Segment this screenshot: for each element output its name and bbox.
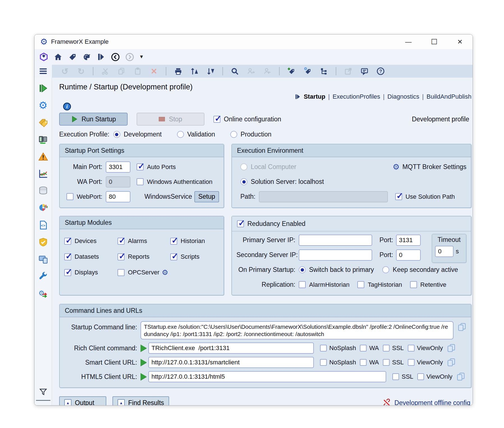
startup-command-value[interactable]: TStartup.exe /solution:"C:\Users\User\Do… bbox=[141, 321, 454, 339]
run-rich-client-icon[interactable] bbox=[141, 344, 147, 352]
copy-smart-client-icon[interactable] bbox=[447, 358, 456, 367]
cut-icon[interactable] bbox=[101, 67, 110, 76]
sidebar-security-icon[interactable] bbox=[38, 237, 48, 247]
primary-server-ip-input[interactable] bbox=[299, 235, 372, 246]
sidebar-settings-icon[interactable]: ⚙ bbox=[38, 100, 48, 110]
keep-secondary-radio[interactable]: Keep secondary active bbox=[382, 266, 458, 274]
search-icon[interactable] bbox=[230, 67, 239, 76]
secondary-server-ip-input[interactable] bbox=[299, 249, 372, 261]
online-configuration-checkbox[interactable]: Online configuration bbox=[213, 115, 281, 123]
tab-diagnostics[interactable]: Diagnostics bbox=[387, 93, 419, 100]
timeout-input[interactable] bbox=[435, 246, 454, 257]
app-logo-icon[interactable] bbox=[39, 52, 49, 62]
sidebar-devices-icon[interactable] bbox=[38, 135, 48, 145]
smart-client-url-input[interactable] bbox=[148, 357, 314, 368]
delete-icon[interactable]: ✕ bbox=[149, 67, 158, 76]
copy-startup-command-icon[interactable] bbox=[457, 322, 466, 331]
module-historian-checkbox[interactable]: Historian bbox=[170, 237, 205, 245]
find-results-panel-button[interactable]: ▲ Find Results bbox=[112, 396, 169, 406]
checkbox-checked[interactable] bbox=[213, 116, 220, 123]
module-datasets-checkbox[interactable]: Datasets bbox=[64, 253, 118, 260]
copy-icon[interactable] bbox=[117, 67, 126, 76]
sidebar-integration-icon[interactable]: ⚙ bbox=[38, 288, 48, 299]
history-dropdown-icon[interactable]: ▼ bbox=[139, 54, 144, 60]
run-startup-button[interactable]: Run Startup bbox=[59, 113, 128, 126]
windows-auth-checkbox[interactable]: Windows Authentication bbox=[137, 178, 213, 186]
replication-retentive-checkbox[interactable]: Retentive bbox=[410, 281, 447, 288]
close-button[interactable]: ✕ bbox=[456, 38, 464, 46]
profile-development-radio[interactable]: Development bbox=[113, 131, 162, 138]
user-back-icon[interactable] bbox=[263, 67, 272, 76]
tags-icon[interactable] bbox=[68, 52, 77, 62]
sort-ascending-icon[interactable] bbox=[190, 67, 199, 76]
html5-viewonly-checkbox[interactable]: ViewOnly bbox=[417, 373, 453, 380]
filter-icon[interactable] bbox=[39, 388, 47, 396]
maximize-button[interactable]: ☐ bbox=[430, 38, 438, 46]
html5-client-url-input[interactable] bbox=[148, 371, 386, 382]
sidebar-tags-icon[interactable] bbox=[38, 117, 48, 128]
primary-port-input[interactable] bbox=[396, 235, 421, 246]
open-external-icon[interactable] bbox=[344, 67, 353, 76]
smart-viewonly-checkbox[interactable]: ViewOnly bbox=[408, 359, 443, 366]
tab-buildandpublish[interactable]: BuildAndPublish bbox=[427, 93, 471, 100]
rich-wa-checkbox[interactable]: WA bbox=[360, 344, 379, 352]
tag-settings-icon[interactable]: ⚙ bbox=[303, 67, 312, 76]
menu-hamburger-icon[interactable] bbox=[40, 67, 47, 75]
rich-nosplash-checkbox[interactable]: NoSplash bbox=[320, 344, 356, 352]
info-icon[interactable]: i bbox=[63, 103, 71, 110]
navigate-forward-icon[interactable] bbox=[125, 52, 134, 62]
rich-ssl-checkbox[interactable]: SSL bbox=[383, 344, 404, 352]
runtime-play-icon[interactable] bbox=[96, 52, 106, 62]
webport-input[interactable] bbox=[106, 191, 130, 202]
home-icon[interactable] bbox=[53, 52, 63, 62]
rich-viewonly-checkbox[interactable]: ViewOnly bbox=[408, 344, 443, 352]
themes-palette-icon[interactable] bbox=[82, 52, 91, 62]
sidebar-datasets-icon[interactable] bbox=[38, 186, 48, 196]
windows-service-setup-button[interactable]: Setup bbox=[194, 191, 219, 202]
module-devices-checkbox[interactable]: Devices bbox=[64, 237, 118, 245]
minimize-button[interactable]: — bbox=[404, 38, 413, 46]
profile-production-radio[interactable]: Production bbox=[230, 131, 271, 138]
module-reports-checkbox[interactable]: Reports bbox=[118, 253, 170, 260]
sidebar-reports-icon[interactable] bbox=[38, 203, 48, 213]
rich-client-command-input[interactable] bbox=[148, 343, 314, 354]
output-panel-button[interactable]: ▲ Output bbox=[59, 396, 106, 406]
sidebar-runtime-icon[interactable] bbox=[38, 83, 48, 93]
navigate-back-icon[interactable] bbox=[111, 52, 120, 62]
print-icon[interactable] bbox=[174, 67, 183, 76]
use-solution-path-checkbox[interactable]: Use Solution Path bbox=[395, 193, 455, 200]
html5-ssl-checkbox[interactable]: SSL bbox=[392, 373, 413, 380]
main-port-input[interactable] bbox=[106, 161, 130, 173]
run-smart-client-icon[interactable] bbox=[141, 359, 147, 366]
opcserver-settings-icon[interactable]: ⚙ bbox=[162, 269, 168, 276]
sidebar-trends-icon[interactable] bbox=[38, 169, 48, 179]
module-alarms-checkbox[interactable]: Alarms bbox=[118, 237, 170, 245]
help-icon[interactable]: ? bbox=[376, 67, 385, 76]
redo-icon[interactable]: ↻ bbox=[77, 67, 86, 76]
copy-rich-client-icon[interactable] bbox=[447, 343, 456, 352]
sidebar-alarms-icon[interactable] bbox=[38, 152, 48, 162]
paste-icon[interactable] bbox=[133, 67, 142, 76]
tree-view-icon[interactable] bbox=[319, 67, 328, 76]
module-displays-checkbox[interactable]: Displays bbox=[64, 269, 118, 276]
mqtt-broker-settings-link[interactable]: ⚙ MQTT Broker Settings bbox=[393, 163, 466, 171]
user-forward-icon[interactable] bbox=[247, 67, 256, 76]
sort-descending-icon[interactable] bbox=[206, 67, 215, 76]
sidebar-scripts-icon[interactable]: <> bbox=[38, 220, 48, 230]
add-tag-icon[interactable] bbox=[287, 67, 296, 76]
replication-alarmhistorian-checkbox[interactable]: AlarmHistorian bbox=[299, 281, 349, 288]
redundancy-enabled-checkbox[interactable]: Redudancy Enabled bbox=[237, 220, 305, 228]
run-html5-client-icon[interactable] bbox=[141, 373, 147, 380]
secondary-port-input[interactable] bbox=[396, 249, 421, 261]
module-opcserver-checkbox[interactable]: OPCServer bbox=[118, 269, 159, 276]
resize-grip[interactable] bbox=[36, 400, 50, 401]
smart-nosplash-checkbox[interactable]: NoSplash bbox=[320, 359, 356, 366]
copy-html5-client-icon[interactable] bbox=[456, 372, 465, 381]
comment-icon[interactable] bbox=[360, 67, 369, 76]
sidebar-displays-icon[interactable] bbox=[38, 254, 48, 264]
module-scripts-checkbox[interactable]: Scripts bbox=[170, 253, 199, 260]
tab-executionprofiles[interactable]: ExecutionProfiles bbox=[333, 93, 380, 100]
smart-ssl-checkbox[interactable]: SSL bbox=[383, 359, 404, 366]
replication-taghistorian-checkbox[interactable]: TagHistorian bbox=[357, 281, 402, 288]
auto-ports-checkbox[interactable]: Auto Ports bbox=[137, 163, 176, 171]
